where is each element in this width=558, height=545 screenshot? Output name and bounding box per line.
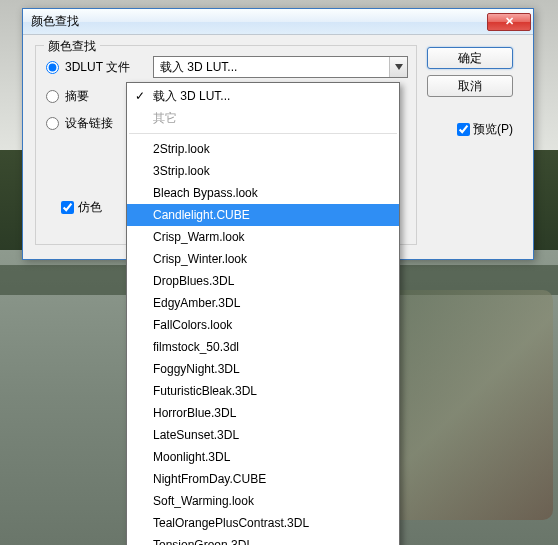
dropdown-item[interactable]: Candlelight.CUBE bbox=[127, 204, 399, 226]
dropdown-item[interactable]: EdgyAmber.3DL bbox=[127, 292, 399, 314]
dropdown-item-label: Candlelight.CUBE bbox=[153, 208, 250, 222]
preview-checkbox-row[interactable]: 预览(P) bbox=[457, 121, 513, 138]
dropdown-item[interactable]: DropBlues.3DL bbox=[127, 270, 399, 292]
radio-3dlut[interactable] bbox=[46, 61, 59, 74]
dropdown-item[interactable]: NightFromDay.CUBE bbox=[127, 468, 399, 490]
dropdown-item-label: FallColors.look bbox=[153, 318, 232, 332]
radio-3dlut-label: 3DLUT 文件 bbox=[65, 59, 147, 76]
dropdown-item[interactable]: Crisp_Warm.look bbox=[127, 226, 399, 248]
background-boats bbox=[373, 290, 553, 520]
dropdown-item[interactable]: filmstock_50.3dl bbox=[127, 336, 399, 358]
dropdown-item-label: DropBlues.3DL bbox=[153, 274, 234, 288]
dropdown-item-label: Moonlight.3DL bbox=[153, 450, 230, 464]
lut-combobox-value: 载入 3D LUT... bbox=[160, 59, 389, 76]
dropdown-item-label: 载入 3D LUT... bbox=[153, 89, 230, 103]
radio-device[interactable] bbox=[46, 117, 59, 130]
dropdown-item[interactable]: 2Strip.look bbox=[127, 138, 399, 160]
dropdown-item-label: Crisp_Warm.look bbox=[153, 230, 245, 244]
dropdown-item[interactable]: TealOrangePlusContrast.3DL bbox=[127, 512, 399, 534]
lut-combobox[interactable]: 载入 3D LUT... bbox=[153, 56, 408, 78]
dropdown-item[interactable]: Crisp_Winter.look bbox=[127, 248, 399, 270]
dropdown-item-label: HorrorBlue.3DL bbox=[153, 406, 236, 420]
dropdown-item-label: Soft_Warming.look bbox=[153, 494, 254, 508]
dialog-title: 颜色查找 bbox=[31, 13, 487, 30]
dropdown-item-label: TealOrangePlusContrast.3DL bbox=[153, 516, 309, 530]
dropdown-item-label: TensionGreen.3DL bbox=[153, 538, 253, 545]
close-icon: ✕ bbox=[505, 15, 514, 28]
dropdown-item[interactable]: Bleach Bypass.look bbox=[127, 182, 399, 204]
dropdown-item-label: NightFromDay.CUBE bbox=[153, 472, 266, 486]
dropdown-item-label: Bleach Bypass.look bbox=[153, 186, 258, 200]
cancel-button[interactable]: 取消 bbox=[427, 75, 513, 97]
ok-button[interactable]: 确定 bbox=[427, 47, 513, 69]
chevron-down-icon bbox=[389, 57, 407, 77]
dropdown-item-label: FoggyNight.3DL bbox=[153, 362, 240, 376]
dropdown-item[interactable]: 3Strip.look bbox=[127, 160, 399, 182]
dither-checkbox-row[interactable]: 仿色 bbox=[61, 199, 102, 216]
dropdown-item-label: EdgyAmber.3DL bbox=[153, 296, 240, 310]
dropdown-separator bbox=[129, 133, 397, 134]
dropdown-item[interactable]: FuturisticBleak.3DL bbox=[127, 380, 399, 402]
dropdown-item-label: 3Strip.look bbox=[153, 164, 210, 178]
dropdown-item[interactable]: FoggyNight.3DL bbox=[127, 358, 399, 380]
dropdown-item[interactable]: FallColors.look bbox=[127, 314, 399, 336]
dropdown-item-label: 2Strip.look bbox=[153, 142, 210, 156]
dropdown-item[interactable]: Soft_Warming.look bbox=[127, 490, 399, 512]
option-row-3dlut: 3DLUT 文件 载入 3D LUT... bbox=[46, 56, 408, 78]
dropdown-item-label: filmstock_50.3dl bbox=[153, 340, 239, 354]
dropdown-item-label: Crisp_Winter.look bbox=[153, 252, 247, 266]
titlebar[interactable]: 颜色查找 ✕ bbox=[23, 9, 533, 35]
dropdown-item[interactable]: LateSunset.3DL bbox=[127, 424, 399, 446]
dropdown-item-current[interactable]: ✓ 载入 3D LUT... bbox=[127, 85, 399, 107]
fieldset-legend: 颜色查找 bbox=[44, 38, 100, 55]
close-button[interactable]: ✕ bbox=[487, 13, 531, 31]
dropdown-item-label: FuturisticBleak.3DL bbox=[153, 384, 257, 398]
dropdown-item[interactable]: TensionGreen.3DL bbox=[127, 534, 399, 545]
dither-checkbox[interactable] bbox=[61, 201, 74, 214]
dropdown-item-other: 其它 bbox=[127, 107, 399, 129]
dropdown-item-label: LateSunset.3DL bbox=[153, 428, 239, 442]
lut-dropdown-list[interactable]: ✓ 载入 3D LUT... 其它 2Strip.look3Strip.look… bbox=[126, 82, 400, 545]
radio-abstract[interactable] bbox=[46, 90, 59, 103]
dropdown-item[interactable]: Moonlight.3DL bbox=[127, 446, 399, 468]
dropdown-item-label: 其它 bbox=[153, 111, 177, 125]
dropdown-item[interactable]: HorrorBlue.3DL bbox=[127, 402, 399, 424]
preview-checkbox[interactable] bbox=[457, 123, 470, 136]
preview-label: 预览(P) bbox=[473, 121, 513, 138]
button-column: 确定 取消 预览(P) bbox=[427, 45, 513, 245]
dither-label: 仿色 bbox=[78, 199, 102, 216]
check-icon: ✓ bbox=[135, 88, 145, 104]
